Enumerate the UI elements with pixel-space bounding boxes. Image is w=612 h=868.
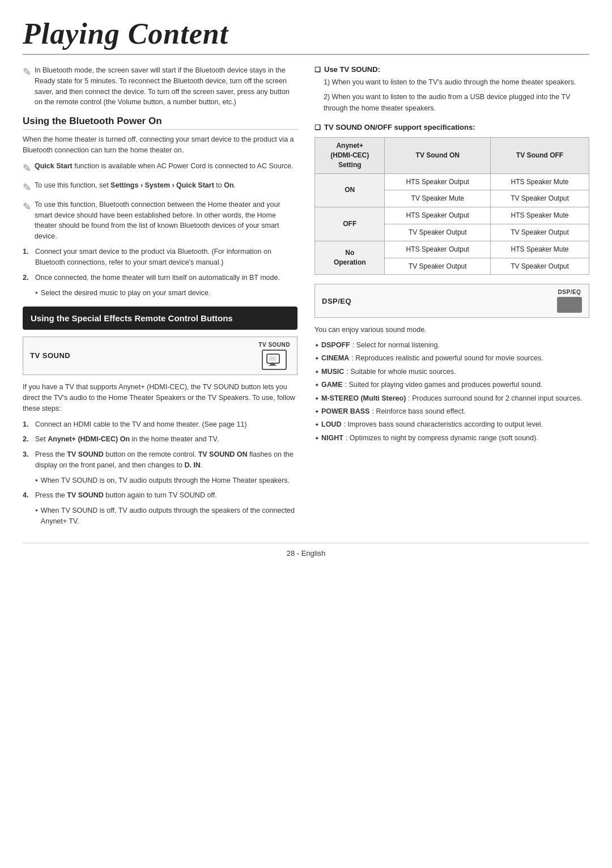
sound-mode-intro: You can enjoy various sound mode. bbox=[314, 325, 589, 335]
bullet-3-text: To use this function, Bluetooth connecti… bbox=[35, 199, 298, 242]
use-tv-sound-heading: Use TV SOUND: bbox=[314, 65, 589, 74]
table-cell-noop-1-sound-off: HTS Speaker Mute bbox=[491, 241, 589, 258]
svg-rect-3 bbox=[269, 356, 276, 361]
bullet-icon-2: ✎ bbox=[23, 180, 31, 195]
table-cell-noop-1-sound-on: HTS Speaker Output bbox=[385, 241, 491, 258]
step-2-text: Once connected, the home theater will tu… bbox=[35, 273, 280, 283]
bullet-1: ✎ Quick Start function is available when… bbox=[23, 161, 298, 176]
tv-step-1: 1. Connect an HDMI cable to the TV and h… bbox=[23, 419, 298, 430]
mode-mstereo: M-STEREO (Multi Stereo) : Produces surro… bbox=[314, 393, 589, 404]
bluetooth-body: When the home theater is turned off, con… bbox=[23, 134, 298, 156]
mode-night: NIGHT : Optimizes to night by compress d… bbox=[314, 433, 589, 444]
table-header-col0: Anynet+(HDMI-CEC)Setting bbox=[315, 138, 385, 173]
dsp-eq-button-label: DSP/EQ bbox=[558, 289, 581, 295]
table-row-noop-1: NoOperation HTS Speaker Output HTS Speak… bbox=[315, 241, 589, 258]
step-2-num: 2. bbox=[23, 273, 32, 283]
table-cell-on-label: ON bbox=[315, 173, 385, 207]
table-cell-noop-2-sound-on: TV Speaker Output bbox=[385, 258, 491, 275]
svg-rect-1 bbox=[270, 363, 275, 365]
tv-sound-icon bbox=[262, 350, 287, 370]
table-cell-on-2-sound-off: TV Speaker Output bbox=[491, 190, 589, 207]
table-cell-on-1-sound-off: HTS Speaker Mute bbox=[491, 173, 589, 190]
table-cell-noop-label: NoOperation bbox=[315, 241, 385, 275]
special-effects-box: Using the Special Effects Remote Control… bbox=[23, 307, 298, 330]
bluetooth-note: ✎ In Bluetooth mode, the screen saver wi… bbox=[23, 65, 298, 108]
step-2: 2. Once connected, the home theater will… bbox=[23, 273, 298, 299]
right-column: Use TV SOUND: 1) When you want to listen… bbox=[314, 65, 589, 531]
table-cell-off-2-sound-on: TV Speaker Output bbox=[385, 224, 491, 241]
tv-sound-row: TV SOUND TV SOUND bbox=[23, 337, 298, 375]
table-header-col2: TV Sound OFF bbox=[491, 138, 589, 173]
dsp-eq-button: DSP/EQ bbox=[557, 289, 582, 313]
table-cell-off-label: OFF bbox=[315, 207, 385, 241]
support-spec-heading: TV SOUND ON/OFF support specifications: bbox=[314, 123, 589, 131]
tv-step-2: 2. Set Anynet+ (HDMI-CEC) On in the home… bbox=[23, 434, 298, 445]
tv-step-4-num: 4. bbox=[23, 490, 32, 501]
step-2-sub: Select the desired music to play on your… bbox=[35, 288, 210, 299]
bluetooth-section-title: Using the Bluetooth Power On bbox=[23, 116, 298, 130]
bullet-2: ✎ To use this function, set Settings › S… bbox=[23, 180, 298, 195]
tv-step-3-sub: When TV SOUND is on, TV audio outputs th… bbox=[35, 475, 290, 486]
bullet-icon-3: ✎ bbox=[23, 199, 31, 215]
tv-step-1-text: Connect an HDMI cable to the TV and home… bbox=[35, 419, 247, 430]
tv-step-4-text: Press the TV SOUND button again to turn … bbox=[35, 490, 217, 501]
bullet-2-text: To use this function, set Settings › Sys… bbox=[35, 180, 236, 191]
page-footer: 28 - English bbox=[23, 543, 589, 558]
tv-step-2-num: 2. bbox=[23, 434, 32, 445]
tv-step-1-num: 1. bbox=[23, 419, 32, 430]
bluetooth-note-text: In Bluetooth mode, the screen saver will… bbox=[35, 65, 298, 108]
tv-step-3-text: Press the TV SOUND button on the remote … bbox=[35, 449, 298, 471]
bullet-icon-1: ✎ bbox=[23, 161, 31, 176]
tv-step-3-num: 3. bbox=[23, 449, 32, 471]
tv-sound-button: TV SOUND bbox=[258, 342, 290, 370]
mode-cinema: CINEMA : Reproduces realistic and powerf… bbox=[314, 353, 589, 364]
tv-sound-description: If you have a TV that supports Anynet+ (… bbox=[23, 382, 298, 415]
bluetooth-bullets: ✎ Quick Start function is available when… bbox=[23, 161, 298, 242]
mode-power-bass: POWER BASS : Reinforce bass sound effect… bbox=[314, 406, 589, 417]
mode-loud: LOUD : Improves bass sound characteristi… bbox=[314, 419, 589, 430]
step-1: 1. Connect your smart device to the prod… bbox=[23, 246, 298, 269]
table-cell-off-1-sound-off: HTS Speaker Mute bbox=[491, 207, 589, 224]
mode-game: GAME : Suited for playing video games an… bbox=[314, 380, 589, 390]
step-1-num: 1. bbox=[23, 246, 32, 257]
table-cell-noop-2-sound-off: TV Speaker Output bbox=[491, 258, 589, 275]
mode-music: MUSIC : Suitable for whole music sources… bbox=[314, 367, 589, 377]
table-row-off-1: OFF HTS Speaker Output HTS Speaker Mute bbox=[315, 207, 589, 224]
table-cell-off-1-sound-on: HTS Speaker Output bbox=[385, 207, 491, 224]
tv-step-4: 4. Press the TV SOUND button again to tu… bbox=[23, 490, 298, 527]
left-column: ✎ In Bluetooth mode, the screen saver wi… bbox=[23, 65, 298, 531]
tv-sound-label: TV SOUND bbox=[30, 351, 70, 360]
special-effects-title: Using the Special Effects Remote Control… bbox=[31, 313, 233, 323]
tv-step-2-text: Set Anynet+ (HDMI-CEC) On in the home th… bbox=[35, 434, 219, 445]
bullet-1-text: Quick Start function is available when A… bbox=[35, 161, 293, 172]
sound-modes: You can enjoy various sound mode. DSPOFF… bbox=[314, 325, 589, 444]
svg-rect-2 bbox=[269, 365, 277, 366]
table-header-col1: TV Sound ON bbox=[385, 138, 491, 173]
table-cell-off-2-sound-off: TV Speaker Output bbox=[491, 224, 589, 241]
sound-mode-list: DSPOFF : Select for normal listening. CI… bbox=[314, 340, 589, 444]
dsp-eq-icon bbox=[557, 297, 582, 313]
tv-step-4-sub: When TV SOUND is off, TV audio outputs t… bbox=[35, 505, 298, 527]
dsp-eq-label: DSP/EQ bbox=[322, 297, 351, 305]
table-row-on-1: ON HTS Speaker Output HTS Speaker Mute bbox=[315, 173, 589, 190]
dsp-eq-row: DSP/EQ DSP/EQ bbox=[314, 284, 589, 318]
bullet-3: ✎ To use this function, Bluetooth connec… bbox=[23, 199, 298, 242]
bluetooth-steps: 1. Connect your smart device to the prod… bbox=[23, 246, 298, 299]
tv-step-3: 3. Press the TV SOUND button on the remo… bbox=[23, 449, 298, 487]
use-tv-sound-list: 1) When you want to listen to the TV's a… bbox=[324, 77, 589, 114]
mode-dspoff: DSPOFF : Select for normal listening. bbox=[314, 340, 589, 351]
page-title: Playing Content bbox=[23, 17, 589, 55]
tv-sound-steps: 1. Connect an HDMI cable to the TV and h… bbox=[23, 419, 298, 527]
step-1-text: Connect your smart device to the product… bbox=[35, 246, 298, 269]
tv-icon-svg bbox=[266, 354, 282, 366]
tv-sound-button-label: TV SOUND bbox=[258, 342, 290, 348]
table-cell-on-2-sound-on: TV Speaker Mute bbox=[385, 190, 491, 207]
note-icon: ✎ bbox=[23, 66, 31, 78]
spec-table: Anynet+(HDMI-CEC)Setting TV Sound ON TV … bbox=[314, 137, 589, 275]
page-number: 28 - English bbox=[287, 549, 326, 558]
use-tv-item-1: 1) When you want to listen to the TV's a… bbox=[324, 77, 589, 88]
table-cell-on-1-sound-on: HTS Speaker Output bbox=[385, 173, 491, 190]
use-tv-item-2: 2) When you want to listen to the audio … bbox=[324, 92, 589, 114]
